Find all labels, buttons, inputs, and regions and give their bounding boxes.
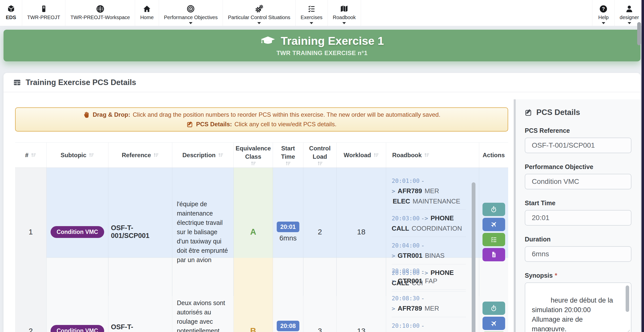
nav-label: Roadbook bbox=[333, 15, 356, 20]
start-time-cell[interactable]: 20:08 5mns bbox=[273, 258, 303, 332]
roadbook-entry: 20:08:00->GTR001FAP bbox=[392, 262, 466, 290]
performance-objective-input[interactable]: Condition VMC bbox=[525, 174, 631, 189]
nav-item-home[interactable]: Home bbox=[135, 0, 159, 26]
top-navbar: EDS TWR-PREOJT TWR-PREOJT-Workspace Home bbox=[0, 0, 644, 26]
start-time-input[interactable]: 20:01 bbox=[525, 210, 631, 226]
column-header-description[interactable]: Description bbox=[172, 143, 234, 168]
nav-item-particular-control-situations[interactable]: Particular Control Situations bbox=[223, 0, 296, 26]
actions-cell bbox=[479, 258, 508, 332]
start-time-label: Start Time bbox=[525, 199, 631, 207]
sort-icon bbox=[31, 153, 36, 158]
table-header-row: # Subtopic Reference Description bbox=[15, 143, 508, 168]
start-time-badge: 20:01 bbox=[277, 222, 299, 232]
panel-resizer[interactable] bbox=[514, 99, 516, 332]
subtopic-cell[interactable]: Condition VMC bbox=[47, 258, 108, 332]
sort-icon bbox=[373, 153, 379, 158]
nav-item-roadbook[interactable]: Roadbook bbox=[328, 0, 361, 26]
app-window: EDS TWR-PREOJT TWR-PREOJT-Workspace Home bbox=[0, 0, 644, 332]
roadbook-entry: 20:10:00->AFR789TAXI bbox=[392, 317, 466, 332]
flight-button[interactable] bbox=[482, 218, 505, 231]
notice-label: Drag & Drop: bbox=[93, 110, 130, 119]
pcs-details-panel: PCS Details PCS Reference OSF-T-001/SCP0… bbox=[516, 99, 640, 332]
notice-text: Click and drag the position numbers to r… bbox=[133, 110, 440, 119]
card-header: Training Exercise PCS Details bbox=[4, 73, 640, 92]
nav-label: designer bbox=[620, 15, 639, 20]
table-icon bbox=[13, 78, 21, 87]
page-subtitle: TWR TRAINING EXERCISE n°1 bbox=[276, 50, 368, 57]
user-icon bbox=[625, 4, 633, 14]
synopsis-textarea[interactable]: heure de début de la simulation 20:00:00… bbox=[525, 282, 631, 332]
column-header-equivalence-class[interactable]: Equivalence Class bbox=[234, 143, 273, 168]
equivalence-class-cell[interactable]: B bbox=[234, 258, 273, 332]
timing-button[interactable] bbox=[482, 203, 505, 216]
map-icon bbox=[340, 4, 348, 14]
subtopic-badge: Condition VMC bbox=[51, 325, 104, 332]
edit-icon bbox=[525, 109, 533, 116]
duration-label: Duration bbox=[525, 236, 631, 243]
sort-icon bbox=[317, 161, 323, 166]
graduation-cap-icon bbox=[260, 36, 276, 46]
chevron-down-icon bbox=[189, 22, 192, 24]
nav-item-exercises[interactable]: Exercises bbox=[296, 0, 328, 26]
cube-icon bbox=[7, 4, 15, 14]
edit-icon bbox=[187, 121, 193, 128]
timing-button[interactable] bbox=[482, 302, 505, 315]
home-icon bbox=[143, 4, 151, 14]
panel-title: PCS Details bbox=[536, 108, 580, 117]
checklist-icon bbox=[307, 4, 315, 14]
navbar-right: ? Help designer bbox=[592, 0, 644, 26]
column-header-start-time[interactable]: Start Time bbox=[273, 143, 303, 168]
table-row: 1 Condition VMC OSF-T-001/SCP001 l'équip… bbox=[15, 168, 508, 258]
roadbook-cell[interactable]: 20:08:00->GTR001FAP 20:08:30->AFR789MER … bbox=[386, 258, 479, 332]
section-title: Training Exercise PCS Details bbox=[26, 78, 136, 87]
description-cell[interactable]: Deux avions sont autorisés au roulage av… bbox=[172, 258, 234, 332]
resize-handle-icon[interactable] bbox=[626, 330, 630, 332]
nav-item-help[interactable]: ? Help bbox=[592, 0, 614, 26]
roadbook-entry: 20:01:00->AFR789MER ELECMAINTENANCE bbox=[392, 172, 466, 210]
duration-input[interactable]: 6mns bbox=[525, 246, 631, 262]
control-load-cell[interactable]: 3 bbox=[303, 258, 337, 332]
roadbook-entry: 20:03:00->PHONE CALLCOORDINATION bbox=[392, 210, 466, 237]
workload-cell[interactable]: 13 bbox=[337, 258, 386, 332]
notice-label: PCS Details: bbox=[196, 120, 232, 129]
start-time-badge: 20:08 bbox=[277, 321, 299, 331]
nav-item-performance-objectives[interactable]: Performance Objectives bbox=[159, 0, 223, 26]
nav-label: EDS bbox=[6, 15, 16, 20]
flight-button[interactable] bbox=[482, 317, 505, 330]
column-header-subtopic[interactable]: Subtopic bbox=[47, 143, 108, 168]
subtopic-badge: Condition VMC bbox=[51, 226, 104, 238]
column-header-position[interactable]: # bbox=[15, 143, 47, 168]
nav-item-eds[interactable]: EDS bbox=[0, 0, 22, 26]
sort-icon bbox=[424, 153, 429, 158]
reference-cell[interactable]: OSF-T-002/SCP001 bbox=[108, 258, 172, 332]
table-row: 2 Condition VMC OSF-T-002/SCP001 Deux av… bbox=[15, 258, 508, 332]
position-cell[interactable]: 2 bbox=[15, 258, 47, 332]
checklist-button[interactable] bbox=[482, 233, 505, 246]
notice-pcs-details: PCS Details: Click any cell to view/edit… bbox=[187, 120, 336, 129]
column-header-roadbook[interactable]: Roadbook bbox=[386, 143, 479, 168]
nav-label: Home bbox=[140, 15, 153, 20]
nav-item-twr-preojt[interactable]: TWR-PREOJT bbox=[22, 0, 65, 26]
column-header-workload[interactable]: Workload bbox=[337, 143, 386, 168]
page-scrollbar-thumb[interactable] bbox=[637, 22, 641, 45]
pcs-reference-input[interactable]: OSF-T-001/SCP001 bbox=[525, 138, 631, 153]
chevron-down-icon bbox=[257, 22, 261, 24]
sort-icon bbox=[153, 153, 159, 158]
gears-icon bbox=[255, 4, 263, 14]
nav-label: Particular Control Situations bbox=[228, 15, 290, 20]
pcs-details-header: PCS Details bbox=[525, 108, 631, 117]
column-header-control-load[interactable]: Control Load bbox=[303, 143, 337, 168]
globe-icon bbox=[96, 4, 104, 14]
synopsis-label: Synopsis * bbox=[525, 272, 631, 279]
column-header-reference[interactable]: Reference bbox=[108, 143, 172, 168]
sort-icon bbox=[89, 153, 94, 158]
target-icon bbox=[187, 4, 195, 14]
pcs-table: # Subtopic Reference Description bbox=[15, 142, 508, 332]
nav-item-twr-preojt-workspace[interactable]: TWR-PREOJT-Workspace bbox=[65, 0, 135, 26]
roadbook-scrollbar[interactable] bbox=[472, 266, 475, 332]
instructions-notice: Drag & Drop: Click and drag the position… bbox=[15, 107, 508, 132]
textarea-scrollbar[interactable] bbox=[626, 285, 629, 312]
notice-drag-drop: Drag & Drop: Click and drag the position… bbox=[83, 110, 440, 119]
notice-text: Click any cell to view/edit PCS details. bbox=[234, 120, 337, 129]
nav-label: Performance Objectives bbox=[164, 15, 218, 20]
